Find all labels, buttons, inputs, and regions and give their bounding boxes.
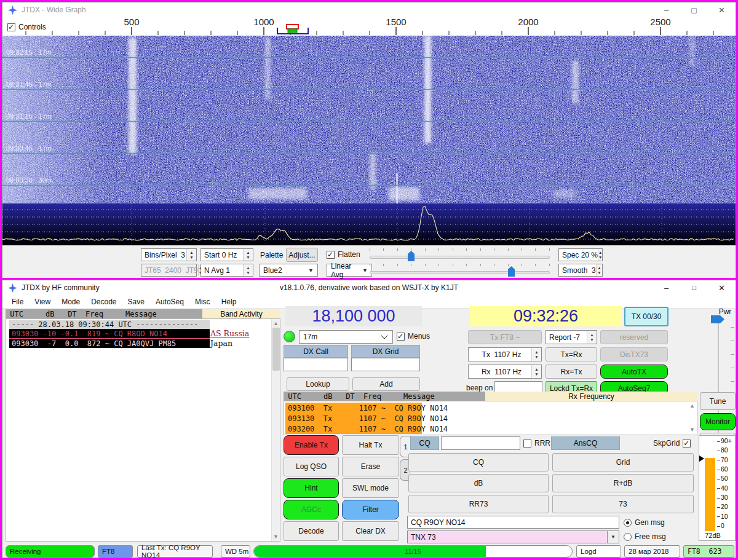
distx73-button[interactable]: DisTX73 [600,347,668,361]
maximize-button[interactable]: □ [680,280,708,295]
free-msg-combo[interactable]: TNX 73 ▼ [407,530,619,543]
hint-button[interactable]: Hint [284,478,339,498]
report-spinner[interactable]: Report -7▲▼ [546,330,597,344]
enable-tx-button[interactable]: Enable Tx [284,435,339,455]
tx-message-row[interactable]: 093100 Tx 1107 ~ CQ R9OY NO14 [285,403,422,413]
n-avg-spinner[interactable]: N Avg 1▲▼ [200,264,253,277]
spinner-arrows[interactable]: ▲▼ [596,264,602,276]
waterfall-gain-slider[interactable] [370,248,550,261]
tx-counter-button[interactable]: TX 00/30 [624,307,669,326]
scroll-down-arrow[interactable]: ▼ [272,532,280,541]
dropdown-arrow-icon[interactable]: ▼ [607,531,619,543]
spinner-arrows[interactable]: ▲▼ [243,264,253,276]
menu-help[interactable]: Help [216,296,242,308]
gain-slider-handle[interactable] [408,251,415,261]
reserved-button[interactable]: reserved [600,330,668,344]
band-activity-list[interactable]: ----- 28.03.18 09:30:44 UTC ------------… [6,318,280,542]
tx-message-row[interactable]: 093200 Tx 1107 ~ CQ R9OY NO14 [285,424,422,434]
grid-button[interactable]: Grid [552,453,694,471]
spinner-arrows[interactable]: ▲▼ [587,331,597,344]
r-db-button[interactable]: R+dB [552,474,694,492]
frequency-scale[interactable]: 5001000150020002500 Controls [2,17,736,36]
cq-button[interactable]: CQ [408,453,549,471]
minimize-button[interactable]: – [653,280,680,295]
close-button[interactable]: ✕ [708,2,736,17]
dx-call-input[interactable] [284,358,348,371]
cq-dx-input[interactable] [441,436,520,450]
log-qso-button[interactable]: Log QSO [284,457,339,476]
monitor-button[interactable]: Monitor [700,413,736,430]
filter-button[interactable]: Filter [342,500,399,519]
scroll-up-arrow[interactable]: ▲ [689,403,695,409]
flatten-checkbox[interactable] [327,251,335,259]
decode-button[interactable]: Decode [284,521,339,541]
pwr-slider-handle[interactable] [711,315,724,323]
jt65-jt9-split-spinner[interactable]: JT65 2400 JT9▲▼ [141,264,197,277]
erase-button[interactable]: Erase [342,457,399,476]
rx-eq-tx-button[interactable]: Rx=Tx [546,365,597,379]
controls-toggle[interactable]: Controls [7,23,46,31]
spinner-arrows[interactable]: ▲▼ [243,249,253,261]
tx-eq-rx-button[interactable]: Tx=Rx [546,347,597,361]
lookup-button[interactable]: Lookup [287,377,349,391]
waterfall[interactable]: 09:32:15 - 17m 09:31:45 - 17m 09:31:15 -… [2,36,736,203]
flatten-toggle[interactable]: Flatten [327,250,360,259]
spinner-arrows[interactable]: ▲▼ [186,249,196,261]
dx-grid-input[interactable] [351,358,420,371]
skpgrid-checkbox[interactable] [683,440,691,448]
menus-toggle[interactable]: Menus [397,332,430,341]
gen-msg-input[interactable]: CQ R9OY NO14 [407,516,619,529]
wide-graph-titlebar[interactable]: JTDX - Wide Graph – ▢ ✕ [2,2,736,18]
menus-checkbox[interactable] [397,333,405,341]
spectrum-plot[interactable] [2,203,736,245]
start-hz-spinner[interactable]: Start 0 Hz▲▼ [200,248,253,261]
menu-misc[interactable]: Misc [189,296,216,308]
close-button[interactable]: ✕ [708,280,736,295]
palette-combo[interactable]: Blue2▼ [259,264,318,277]
add-button[interactable]: Add [352,377,420,391]
scroll-down-arrow[interactable]: ▼ [689,427,695,433]
band-activity-scrollbar[interactable]: ▲ ▼ [271,319,280,541]
spinner-arrows[interactable]: ▲▼ [531,348,541,361]
agcc-button[interactable]: AGCc [284,500,339,519]
adjust-button[interactable]: Adjust... [286,248,318,262]
waterfall-zero-slider[interactable] [370,263,550,277]
spec-percent-spinner[interactable]: Spec 20 %▲▼ [558,248,603,261]
menu-mode[interactable]: Mode [56,296,85,308]
clear-dx-button[interactable]: Clear DX [342,521,399,541]
menu-autoseq[interactable]: AutoSeq [150,296,189,308]
halt-tx-button[interactable]: Halt Tx [342,435,399,455]
gen-msg-option[interactable]: Gen msg [624,518,665,527]
tune-button[interactable]: Tune [700,392,736,410]
cq-call-button[interactable]: CQ [410,436,439,450]
rx-freq-spinner[interactable]: Rx 1107 Hz▲▼ [468,365,542,379]
autotx-button[interactable]: AutoTX [600,365,668,379]
dx-call-header[interactable]: DX Call [284,345,348,358]
tx-mode-button[interactable]: Tx FT8 ~ [468,330,542,344]
zero-slider-handle[interactable] [508,266,515,277]
db-button[interactable]: dB [408,474,549,492]
rrr-checkbox[interactable] [523,440,531,448]
avg-mode-combo[interactable]: Linear Avg▼ [327,264,372,277]
free-msg-radio[interactable] [624,533,632,541]
smooth-spinner[interactable]: Smooth 3▲▼ [558,264,603,277]
controls-checkbox[interactable] [7,23,15,31]
rx-frequency-list[interactable]: 093100 Tx 1107 ~ CQ R9OY NO14 093130 Tx … [284,401,697,435]
73-button[interactable]: 73 [552,495,694,513]
free-msg-option[interactable]: Free msg [624,532,666,541]
menu-file[interactable]: File [6,296,29,308]
maximize-button[interactable]: ▢ [680,2,708,17]
swl-mode-button[interactable]: SWL mode [342,478,399,498]
spinner-arrows[interactable]: ▲▼ [531,365,541,378]
decode-row[interactable]: 093030 -7 0.0 872 ~ CQ JA0QVJ PM85 [9,339,210,348]
rrr-toggle[interactable]: RRR [523,439,550,448]
tx-freq-spinner[interactable]: Tx 1107 Hz▲▼ [468,347,542,361]
scrollbar-thumb[interactable] [272,328,280,371]
decode-row[interactable]: 093030 -10 -0.1 819 ~ CQ R8OD NO14 [9,329,210,339]
rr73-button[interactable]: RR73 [408,495,549,513]
menu-save[interactable]: Save [122,296,150,308]
menu-decode[interactable]: Decode [85,296,122,308]
menu-view[interactable]: View [29,296,56,308]
anscq-button[interactable]: AnsCQ [551,436,620,450]
dx-grid-header[interactable]: DX Grid [351,345,420,358]
